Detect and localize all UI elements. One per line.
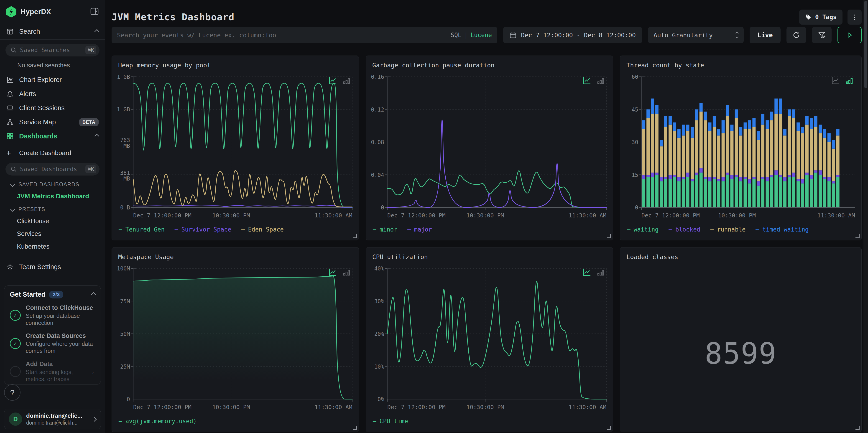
- resize-handle[interactable]: [607, 234, 611, 238]
- metaspace-chart[interactable]: 100M75M50M25M0Dec 7 12:00:00 PM10:30:00 …: [115, 265, 355, 416]
- heap-memory-chart[interactable]: 1 GB1 GB763MB381MB0 BDec 7 12:00:00 PM10…: [115, 73, 355, 224]
- sidebar-item-team-settings[interactable]: Team Settings: [0, 260, 105, 274]
- legend-item[interactable]: —timed_waiting: [755, 226, 809, 233]
- resize-handle[interactable]: [607, 426, 611, 430]
- sidebar-item-label: Team Settings: [19, 263, 61, 271]
- get-started-item-connect[interactable]: ✓ Connect to ClickHouse Set up your data…: [10, 304, 95, 327]
- saved-dashboards-field[interactable]: [20, 166, 85, 173]
- scrollbar-thumb[interactable]: [864, 1, 867, 88]
- legend-item[interactable]: —CPU time: [373, 418, 408, 425]
- legend-item[interactable]: —runnable: [710, 226, 745, 233]
- chevron-up-icon: [94, 134, 99, 138]
- lucene-mode-toggle[interactable]: Lucene: [470, 32, 492, 38]
- filter-button[interactable]: [812, 27, 832, 43]
- line-view-toggle[interactable]: [328, 268, 337, 277]
- svg-text:15: 15: [632, 172, 638, 178]
- help-button[interactable]: ?: [4, 384, 21, 401]
- legend-item[interactable]: —Tenured Gen: [119, 226, 165, 233]
- resize-handle[interactable]: [353, 426, 357, 430]
- sidebar-item-label: Search: [19, 28, 40, 35]
- gc-pause-chart[interactable]: 0.160.120.080.040Dec 7 12:00:00 PM10:30:…: [369, 73, 610, 224]
- svg-text:45: 45: [632, 106, 638, 113]
- sql-mode-toggle[interactable]: SQL: [451, 32, 462, 38]
- svg-text:0%: 0%: [377, 396, 384, 402]
- check-circle-icon: ✓: [10, 338, 21, 349]
- preset-item-clickhouse[interactable]: ClickHouse: [0, 215, 105, 227]
- bar-view-toggle[interactable]: [596, 268, 605, 277]
- date-range-picker[interactable]: Dec 7 12:00:00 - Dec 8 12:00:00: [503, 27, 642, 43]
- bar-view-toggle[interactable]: [596, 76, 605, 85]
- svg-text:100M: 100M: [117, 266, 130, 272]
- legend-item[interactable]: —avg(jvm.memory.used): [119, 418, 197, 425]
- sidebar-item-dashboards[interactable]: Dashboards: [0, 129, 105, 143]
- run-query-button[interactable]: [837, 27, 862, 43]
- bell-icon: [6, 90, 14, 97]
- dashboard-header: JVM Metrics Dashboard 0 Tags ⋮: [112, 0, 862, 25]
- event-search-box[interactable]: SQL|Lucene: [112, 27, 497, 43]
- panel-gc-pause: Garbage collection pause duration 0.160.…: [366, 56, 613, 240]
- get-started-item-add-data[interactable]: ✓ Add Data Start sending logs, metrics, …: [10, 361, 95, 383]
- thread-count-chart[interactable]: 604530150Dec 7 12:00:00 PM10:30:00 PM11:…: [623, 73, 858, 224]
- beta-badge: BETA: [79, 118, 99, 126]
- legend-item[interactable]: —waiting: [627, 226, 658, 233]
- saved-searches-input[interactable]: ⌘K: [5, 44, 99, 57]
- legend-item[interactable]: —major: [407, 226, 432, 233]
- line-view-toggle[interactable]: [328, 76, 337, 85]
- legend-item[interactable]: —blocked: [669, 226, 700, 233]
- svg-text:Dec 7 12:00:00 PM: Dec 7 12:00:00 PM: [133, 404, 191, 410]
- preset-item-kubernetes[interactable]: Kubernetes: [0, 240, 105, 253]
- task-desc: Configure where your data comes from: [26, 340, 95, 355]
- saved-dashboards-section-header[interactable]: SAVED DASHBOARDS: [0, 178, 105, 190]
- section-header-label: PRESETS: [19, 206, 45, 212]
- legend-item[interactable]: —Eden Space: [241, 226, 284, 233]
- sidebar-item-chart-explorer[interactable]: Chart Explorer: [0, 73, 105, 87]
- live-button[interactable]: Live: [750, 27, 781, 43]
- resize-handle[interactable]: [856, 426, 860, 430]
- granularity-select[interactable]: Auto Granularity: [648, 27, 744, 43]
- line-view-toggle[interactable]: [582, 76, 591, 85]
- resize-handle[interactable]: [856, 234, 860, 238]
- chevron-down-icon: [10, 207, 15, 212]
- bar-view-toggle[interactable]: [342, 76, 351, 85]
- tags-label: 0 Tags: [815, 14, 837, 21]
- user-menu[interactable]: D dominic.tran@clic... dominic.tran@clic…: [4, 409, 101, 429]
- event-search-input[interactable]: [117, 32, 451, 39]
- laptop-icon: [6, 104, 14, 112]
- sidebar-item-service-map[interactable]: Service Map BETA: [0, 115, 105, 129]
- create-dashboard-button[interactable]: + Create Dashboard: [0, 145, 105, 161]
- sidebar-collapse-icon[interactable]: [90, 7, 99, 17]
- bar-view-toggle[interactable]: [342, 268, 351, 277]
- svg-text:0.12: 0.12: [371, 106, 384, 113]
- sidebar-item-search[interactable]: Search: [0, 24, 105, 40]
- saved-dashboards-input[interactable]: ⌘K: [5, 163, 99, 176]
- saved-searches-field[interactable]: [20, 47, 85, 54]
- legend-item[interactable]: —minor: [373, 226, 397, 233]
- select-arrows-icon: [736, 32, 738, 38]
- get-started-card: Get Started 2/3 ✓ Connect to ClickHouse …: [4, 285, 101, 385]
- refresh-button[interactable]: [786, 27, 806, 43]
- tags-button[interactable]: 0 Tags: [799, 9, 842, 25]
- sidebar-item-alerts[interactable]: Alerts: [0, 87, 105, 101]
- filter-edit-icon: [818, 31, 826, 39]
- bar-view-toggle[interactable]: [844, 76, 854, 85]
- line-view-toggle[interactable]: [582, 268, 591, 277]
- chevron-up-icon[interactable]: [91, 292, 96, 297]
- sidebar-item-client-sessions[interactable]: Client Sessions: [0, 101, 105, 115]
- more-options-button[interactable]: ⋮: [847, 9, 862, 25]
- cpu-chart[interactable]: 40%30%20%10%0%Dec 7 12:00:00 PM10:30:00 …: [369, 265, 610, 416]
- brand-row: HyperDX: [0, 0, 105, 24]
- panel-title: Garbage collection pause duration: [372, 62, 494, 69]
- vertical-scrollbar[interactable]: [863, 0, 868, 433]
- toolbar: SQL|Lucene Dec 7 12:00:00 - Dec 8 12:00:…: [112, 27, 862, 43]
- create-dashboard-label: Create Dashboard: [19, 149, 71, 157]
- legend-item[interactable]: —Survivor Space: [175, 226, 231, 233]
- gear-icon: [6, 263, 14, 271]
- resize-handle[interactable]: [353, 234, 357, 238]
- dashboard-item-jvm-metrics[interactable]: JVM Metrics Dashboard: [0, 190, 105, 203]
- line-view-toggle[interactable]: [831, 76, 840, 85]
- presets-section-header[interactable]: PRESETS: [0, 203, 105, 215]
- task-title: Create Data Sources: [26, 332, 95, 339]
- preset-item-services[interactable]: Services: [0, 227, 105, 240]
- get-started-item-sources[interactable]: ✓ Create Data Sources Configure where yo…: [10, 332, 95, 355]
- arrow-right-icon: →: [88, 367, 95, 376]
